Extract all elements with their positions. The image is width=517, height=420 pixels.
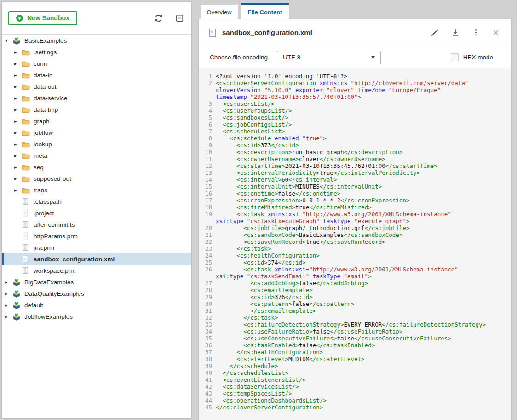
tree-item-classpath[interactable]: .classpath — [2, 196, 191, 207]
code-line: 2<cs:cloverServerConfiguration xmlns:cs=… — [199, 80, 511, 86]
tree-item-lookup[interactable]: ▸lookup — [2, 138, 191, 150]
chevron-right-icon[interactable]: ▸ — [14, 153, 22, 158]
tree-item-seq[interactable]: ▸seq — [2, 161, 191, 173]
encoding-select[interactable]: UTF-8 — [277, 51, 381, 64]
hex-mode-checkbox[interactable] — [451, 53, 459, 61]
sandbox-icon — [12, 278, 21, 287]
chevron-right-icon[interactable]: ▸ — [5, 314, 12, 319]
chevron-right-icon[interactable]: ▸ — [14, 84, 22, 89]
tree-item-project[interactable]: .project — [2, 207, 191, 219]
refresh-icon[interactable] — [154, 13, 163, 23]
code-line: 4 <cs:userGroupsList/> — [199, 107, 511, 114]
tree-item-workspace-prm[interactable]: workspace.prm — [2, 265, 191, 276]
code-line: 42 <cs:dataServicesList/> — [199, 383, 511, 390]
chevron-right-icon[interactable]: ▸ — [14, 107, 22, 112]
chevron-right-icon[interactable]: ▸ — [14, 130, 22, 135]
code-viewer[interactable]: 1<?xml version='1.0' encoding='UTF-8'?>2… — [199, 69, 511, 420]
chevron-right-icon[interactable]: ▸ — [14, 142, 22, 147]
chevron-right-icon[interactable]: ▸ — [14, 96, 22, 101]
code-line: 20 <cs:jobFile>graph/_Introduction.grf</… — [199, 224, 511, 231]
tree-item-label: BasicExamples — [24, 37, 67, 44]
code-line: 22 <cs:saveRunRecord>true</cs:saveRunRec… — [199, 238, 511, 245]
chevron-right-icon[interactable]: ▸ — [14, 61, 22, 66]
code-line: 8 <cs:schedule enabled="true"> — [199, 135, 511, 142]
line-number: 40 — [199, 369, 216, 376]
chevron-down-icon[interactable]: ▾ — [5, 38, 12, 43]
code-line-text: </cs:task> — [216, 314, 278, 321]
line-number: 42 — [199, 383, 216, 390]
tab-overview[interactable]: Overview — [201, 5, 238, 19]
tree-item-meta[interactable]: ▸meta — [2, 150, 191, 161]
tree-item-label: .classpath — [34, 198, 62, 205]
file-icon — [22, 198, 30, 206]
tree-item-dataqualityexamples[interactable]: ▸DataQualityExamples — [2, 288, 191, 299]
tree-item-jira-prm[interactable]: jira.prm — [2, 242, 191, 253]
code-line-text: <cs:schedulesList> — [216, 128, 285, 135]
tree-item-label: data-tmp — [34, 106, 58, 113]
collapse-all-icon[interactable] — [175, 14, 184, 23]
tree-item-label: jobflow — [34, 129, 53, 136]
code-line: 34 <cs:useFailureRatio>false</cs:useFail… — [199, 328, 511, 335]
tree-item-jobflow[interactable]: ▸jobflow — [2, 127, 191, 138]
tree-item-data-tmp[interactable]: ▸data-tmp — [2, 104, 191, 115]
new-sandbox-button[interactable]: New Sandbox — [8, 11, 77, 25]
tree-item-label: default — [24, 302, 43, 309]
code-line: 25 <cs:id>374</cs:id> — [199, 259, 511, 266]
chevron-right-icon[interactable]: ▸ — [5, 303, 12, 308]
sandbox-icon — [12, 301, 21, 310]
tab-file-content[interactable]: File Content — [241, 3, 289, 19]
download-icon[interactable] — [451, 29, 460, 37]
line-number: 22 — [199, 238, 216, 245]
chevron-right-icon[interactable]: ▸ — [14, 165, 22, 170]
tree-item-conn[interactable]: ▸conn — [2, 58, 191, 69]
tree-item-after-commit-ts[interactable]: after-commit.ts — [2, 219, 191, 230]
code-line: 33 <cs:failureDetectionStrategy>EVERY_ER… — [199, 321, 511, 328]
tree-item-data-service[interactable]: ▸data-service — [2, 92, 191, 104]
code-line: 41 <cs:eventListenersList/> — [199, 376, 511, 383]
chevron-right-icon[interactable]: ▸ — [14, 73, 22, 78]
tree-item-default[interactable]: ▸default — [2, 299, 191, 311]
tree-item-data-out[interactable]: ▸data-out — [2, 81, 191, 92]
close-icon[interactable] — [492, 29, 500, 36]
edit-icon[interactable] — [431, 29, 439, 37]
chevron-right-icon[interactable]: ▸ — [14, 119, 22, 124]
file-tree[interactable]: ▾BasicExamples▸.settings▸conn▸data-in▸da… — [2, 35, 191, 322]
chevron-right-icon[interactable]: ▸ — [5, 280, 12, 285]
line-number: 28 — [199, 287, 216, 293]
code-line-text: <cs:fireMisfired>true</cs:fireMisfired> — [216, 204, 372, 211]
code-line-text: xsi:type="cs:taskExecuteGraph" taskType=… — [216, 218, 409, 224]
line-number: 29 — [199, 293, 216, 300]
line-number: 19 — [199, 211, 216, 218]
chevron-right-icon[interactable]: ▸ — [14, 176, 22, 181]
file-icon — [22, 244, 30, 252]
code-line-text: <cs:jobConfigsList/> — [216, 121, 292, 128]
line-number: 9 — [199, 142, 216, 149]
chevron-right-icon[interactable]: ▸ — [14, 188, 22, 193]
tree-item-settings[interactable]: ▸.settings — [2, 46, 191, 58]
code-line-text: <cs:cronExpression>0 0 1 * * ?</cs:cronE… — [216, 197, 409, 204]
tree-item-httpparams-prm[interactable]: httpParams.prm — [2, 230, 191, 242]
code-line: 27 <cs:addJobLog>false</cs:addJobLog> — [199, 280, 511, 287]
code-line-text: <cs:ownerUsername>clover</cs:ownerUserna… — [216, 155, 385, 162]
folder-icon — [22, 152, 30, 160]
tree-item-supposed-out[interactable]: ▸supposed-out — [2, 173, 191, 184]
code-line: cloverVersion="5.10.0" exporter="clover"… — [199, 86, 511, 93]
tree-item-trans[interactable]: ▸trans — [2, 184, 191, 196]
code-line: 38 <cs:alertLevel>MEDIUM</cs:alertLevel> — [199, 356, 511, 362]
chevron-right-icon[interactable]: ▸ — [14, 50, 22, 55]
tree-item-data-in[interactable]: ▸data-in — [2, 69, 191, 81]
tree-item-basicexamples[interactable]: ▾BasicExamples — [2, 35, 191, 46]
code-line-text: <cs:task xmlns:xsi="http://www.w3.org/20… — [216, 211, 451, 218]
file-icon — [22, 255, 30, 264]
tree-item-sandbox-configuration-xml[interactable]: sandbox_configuration.xml — [2, 253, 191, 265]
kebab-menu-icon[interactable] — [472, 29, 480, 36]
code-line-text: </cs:emailTemplate> — [216, 307, 316, 314]
chevron-right-icon[interactable]: ▸ — [5, 291, 12, 296]
code-line: 3 <cs:usersList/> — [199, 100, 511, 107]
tree-item-jobflowexamples[interactable]: ▸JobflowExamples — [2, 311, 191, 322]
code-line: 1<?xml version='1.0' encoding='UTF-8'?> — [199, 73, 511, 80]
tree-item-graph[interactable]: ▸graph — [2, 115, 191, 127]
code-line-text: </cs:healthConfiguration> — [216, 349, 323, 356]
tree-item-bigdataexamples[interactable]: ▸BigDataExamples — [2, 276, 191, 288]
tree-item-label: workspace.prm — [34, 267, 76, 274]
